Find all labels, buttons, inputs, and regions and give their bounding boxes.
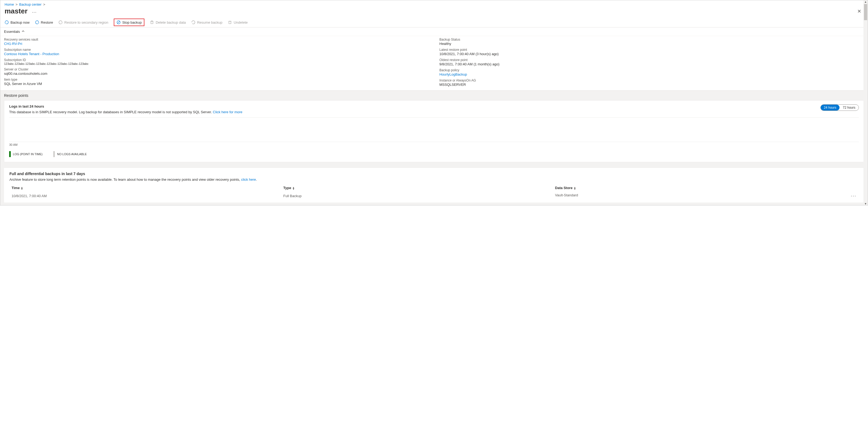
essentials-value: Contoso Hotels Tenant - Production: [4, 52, 429, 56]
essentials-link[interactable]: HourlyLogBackup: [439, 72, 467, 77]
undelete-icon: [228, 20, 232, 25]
restore-icon: [35, 20, 39, 25]
legend-log-point-in-time: LOG (POINT IN TIME): [9, 151, 42, 157]
sort-icon: ▲▼: [292, 187, 295, 190]
toolbar-label: Restore to secondary region: [64, 21, 108, 25]
essentials-row: Item typeSQL Server in Azure VM: [4, 78, 429, 86]
toolbar-label: Resume backup: [197, 21, 222, 25]
essentials-row: Backup StatusHealthy: [439, 38, 864, 46]
essentials-label: Essentials: [4, 30, 20, 34]
resume-backup-button: Resume backup: [191, 20, 222, 25]
essentials-link[interactable]: CH1-RV-Pri: [4, 42, 22, 46]
col-header-datastore[interactable]: Data Store▲▼: [553, 184, 859, 191]
essentials-row: Latest restore point10/8/2021, 7:00:40 A…: [439, 48, 864, 56]
svg-rect-5: [229, 21, 231, 24]
vertical-scrollbar[interactable]: ▲ ▼: [863, 0, 868, 205]
toolbar-label: Undelete: [234, 21, 248, 25]
legend-no-logs: NO LOGS AVAILABLE: [53, 151, 87, 157]
svg-rect-2: [151, 21, 153, 24]
scroll-up-arrow[interactable]: ▲: [863, 0, 868, 3]
essentials-row: Backup policyHourlyLogBackup: [439, 68, 864, 77]
col-header-type[interactable]: Type▲▼: [281, 184, 553, 191]
essentials-body: Recovery services vaultCH1-RV-PriSubscri…: [0, 36, 868, 91]
essentials-value: 123abc-123abc-123abc-123abc-123abc-123ab…: [4, 62, 429, 65]
page-title: master: [5, 7, 27, 15]
essentials-toggle[interactable]: Essentials: [0, 27, 868, 36]
essentials-row: Subscription nameContoso Hotels Tenant -…: [4, 48, 429, 56]
toggle-72-hours[interactable]: 72 hours: [839, 105, 859, 111]
stop-backup-button[interactable]: Stop backup: [114, 19, 145, 26]
backups-table-title: Full and differential backups in last 7 …: [9, 172, 859, 176]
essentials-value: MSSQLSERVER: [439, 83, 864, 87]
sort-icon: ▲▼: [21, 187, 23, 190]
logs-card-desc: This database is in SIMPLE recovery mode…: [9, 110, 820, 114]
essentials-row: Oldest restore point9/8/2021, 7:00:40 AM…: [439, 58, 864, 66]
chart-axis-label: 30 AM: [9, 143, 859, 146]
breadcrumb-home[interactable]: Home: [5, 2, 14, 6]
row-menu-icon[interactable]: ···: [851, 193, 857, 199]
cell-type: Full Backup: [281, 191, 553, 200]
table-row[interactable]: 10/8/2021, 7:00:40 AMFull BackupVault-St…: [9, 191, 859, 200]
time-range-toggle[interactable]: 24 hours 72 hours: [820, 105, 859, 111]
essentials-value: 10/8/2021, 7:00:40 AM (3 hour(s) ago): [439, 52, 864, 56]
essentials-value: 9/8/2021, 7:00:40 AM (1 month(s) ago): [439, 62, 864, 66]
essentials-label: Oldest restore point: [439, 58, 864, 62]
essentials-label: Instance or AlwaysOn AG: [439, 79, 864, 82]
essentials-row: Instance or AlwaysOn AGMSSQLSERVER: [439, 79, 864, 87]
toolbar: Backup now Restore Restore to secondary …: [0, 18, 868, 27]
backup-icon: [5, 20, 9, 25]
essentials-label: Item type: [4, 78, 429, 82]
restore-secondary-icon: [58, 20, 63, 25]
essentials-value: sql00.na.contosohotels.com: [4, 71, 429, 76]
toolbar-label: Backup now: [10, 21, 30, 25]
sort-icon: ▲▼: [574, 187, 576, 190]
cell-time: 10/8/2021, 7:00:40 AM: [9, 191, 281, 200]
delete-backup-data-button: Delete backup data: [150, 20, 186, 25]
toggle-24-hours[interactable]: 24 hours: [821, 105, 840, 111]
toolbar-label: Delete backup data: [156, 21, 186, 25]
essentials-value: SQL Server in Azure VM: [4, 82, 429, 86]
legend-swatch-green: [9, 151, 11, 157]
delete-icon: [150, 20, 154, 25]
restore-points-title: Restore points: [4, 93, 864, 98]
toolbar-label: Stop backup: [122, 21, 142, 25]
essentials-link[interactable]: Contoso Hotels Tenant - Production: [4, 52, 59, 56]
logs-card-title: Logs in last 24 hours: [9, 105, 820, 109]
close-icon[interactable]: ✕: [855, 7, 863, 15]
essentials-label: Recovery services vault: [4, 38, 429, 41]
essentials-row: Subscription ID123abc-123abc-123abc-123a…: [4, 58, 429, 65]
essentials-label: Subscription name: [4, 48, 429, 52]
scroll-down-arrow[interactable]: ▼: [863, 202, 868, 205]
breadcrumb-backup-center[interactable]: Backup center: [19, 2, 41, 6]
breadcrumb: Home > Backup center >: [0, 0, 868, 7]
restore-secondary-button: Restore to secondary region: [58, 20, 108, 25]
logs-learn-more-link[interactable]: Click here for more: [213, 110, 243, 114]
undelete-button: Undelete: [228, 20, 248, 25]
essentials-row: Server or Clustersql00.na.contosohotels.…: [4, 67, 429, 76]
essentials-value: CH1-RV-Pri: [4, 42, 429, 46]
resume-icon: [191, 20, 195, 25]
backups-table-desc: Archive feature to store long term reten…: [9, 178, 859, 182]
cell-datastore: Vault-Standard···: [553, 191, 859, 200]
chevron-right-icon: >: [43, 2, 45, 6]
backup-now-button[interactable]: Backup now: [5, 20, 30, 25]
essentials-label: Backup Status: [439, 38, 864, 41]
legend-swatch-grey: [53, 151, 55, 157]
essentials-value: Healthy: [439, 42, 864, 46]
essentials-label: Server or Cluster: [4, 67, 429, 71]
essentials-row: Recovery services vaultCH1-RV-Pri: [4, 38, 429, 46]
svg-line-1: [118, 21, 120, 23]
backups-table: Time▲▼ Type▲▼ Data Store▲▼ 10/8/2021, 7:…: [9, 184, 859, 200]
scroll-thumb[interactable]: [864, 4, 867, 20]
col-header-time[interactable]: Time▲▼: [9, 184, 281, 191]
stop-icon: [117, 20, 121, 25]
essentials-label: Latest restore point: [439, 48, 864, 52]
more-actions-icon[interactable]: …: [32, 8, 37, 14]
toolbar-label: Restore: [41, 21, 53, 25]
chevron-up-icon: [22, 30, 25, 34]
essentials-value: HourlyLogBackup: [439, 72, 864, 77]
essentials-label: Backup policy: [439, 68, 864, 72]
chevron-right-icon: >: [16, 2, 18, 6]
backups-table-link[interactable]: click here: [241, 178, 256, 182]
restore-button[interactable]: Restore: [35, 20, 53, 25]
